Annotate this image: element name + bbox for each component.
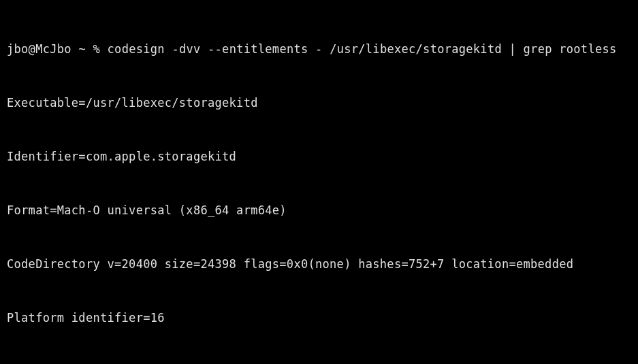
prompt-line[interactable]: jbo@McJbo ~ % codesign -dvv --entitlemen… [7, 40, 631, 58]
prompt-path: ~ [78, 42, 86, 56]
prompt-user-host: jbo@McJbo [7, 42, 71, 56]
output-line: Identifier=com.apple.storagekitd [7, 148, 631, 165]
output-line: Executable=/usr/libexec/storagekitd [7, 94, 631, 112]
prompt-symbol: % [93, 42, 100, 56]
command-text: codesign -dvv --entitlements - /usr/libe… [108, 42, 617, 56]
terminal-output: jbo@McJbo ~ % codesign -dvv --entitlemen… [7, 4, 631, 364]
output-line: Format=Mach-O universal (x86_64 arm64e) [7, 201, 631, 219]
output-line: Platform identifier=16 [7, 309, 631, 327]
output-line: CodeDirectory v=20400 size=24398 flags=0… [7, 255, 631, 273]
